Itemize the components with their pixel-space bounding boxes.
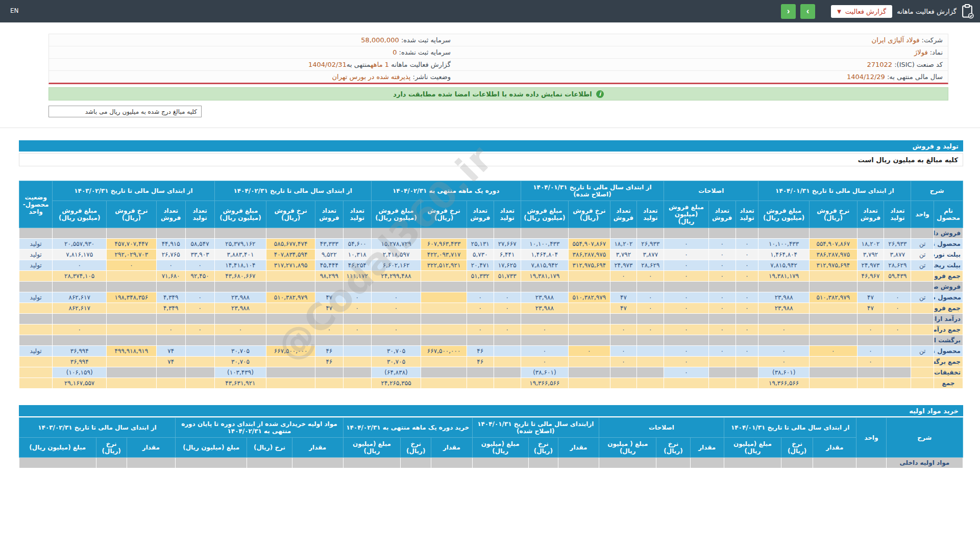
cell: ۰	[494, 292, 521, 303]
cell: ۸۶۲,۶۱۷	[53, 292, 107, 303]
cell: ۰	[156, 324, 185, 335]
cell: ۴۶	[467, 346, 494, 357]
cell: ۵۵۴,۹۰۷,۸۶۷	[810, 239, 857, 249]
cell	[421, 357, 467, 367]
table-row: تخفیفات(۳۸,۶۰۱)۰(۳۸,۶۰۱)(۶۴,۸۳۸)(۱۰۳,۴۳۹…	[19, 367, 963, 378]
cell: ۰	[736, 324, 758, 335]
row-label: بیلت نوردی	[934, 249, 963, 260]
header-group-row: شرحواحداز ابتدای سال مالی تا تاریخ ۱۴۰۴/…	[19, 418, 963, 438]
chevron-down-icon: ▼	[837, 9, 841, 14]
table-row: بیلت ریختگیتن۲۸,۶۲۹۲۴,۹۷۳۳۱۲,۹۷۵,۶۹۴۷,۸۱…	[19, 260, 963, 271]
cell: ۰	[637, 271, 664, 282]
column-header: تعداد تولید	[884, 201, 911, 228]
cell: ۸۶۲,۶۱۷	[53, 303, 107, 314]
next-report-button[interactable]: ›	[800, 4, 815, 19]
language-toggle[interactable]: EN	[10, 7, 19, 14]
cell: ۰	[637, 324, 664, 335]
cell	[857, 335, 884, 346]
cell	[664, 314, 708, 324]
row-label: برگشت از فروش:	[934, 335, 963, 346]
cell	[467, 367, 494, 378]
cell: ۰	[708, 324, 736, 335]
unit-cell	[911, 378, 934, 389]
column-header: تعداد تولید	[494, 201, 521, 228]
cell	[315, 378, 343, 389]
cell	[53, 228, 107, 239]
cell	[708, 314, 736, 324]
cell: ۴۷	[857, 303, 884, 314]
cell: ۰	[467, 292, 494, 303]
cell: ۳۶,۹۹۴	[53, 346, 107, 357]
cell: ۷۴	[156, 357, 185, 367]
cell	[664, 378, 708, 389]
cell: ۰	[708, 346, 736, 357]
cell	[421, 335, 467, 346]
cell	[107, 303, 157, 314]
cell	[185, 367, 214, 378]
cell	[637, 346, 664, 357]
cell	[690, 458, 724, 468]
cell: ۲۳,۹۸۸	[521, 303, 569, 314]
cell	[758, 228, 810, 239]
prev-report-button[interactable]: ‹	[781, 4, 796, 19]
cell	[156, 314, 185, 324]
cell: ۵۵۴,۹۰۷,۸۶۷	[569, 239, 610, 249]
unit-cell: تن	[911, 239, 934, 249]
cell	[569, 314, 610, 324]
column-header: مقدار	[292, 438, 343, 458]
clipboard-icon[interactable]	[961, 4, 974, 19]
cell: ۲۶,۹۳۳	[637, 239, 664, 249]
cell	[315, 335, 343, 346]
column-header: مبلغ فروش (میلیون ریال)	[664, 201, 708, 228]
chevron-right-icon: ›	[806, 6, 810, 16]
column-header: تعداد تولید	[343, 201, 371, 228]
cell	[569, 378, 610, 389]
symbol-value[interactable]: فولاژ	[914, 48, 928, 56]
cell: ۱۹۸,۳۴۸,۳۵۶	[107, 292, 157, 303]
company-name[interactable]: فولاد آلیاژی ایران	[872, 36, 920, 44]
status-cell	[19, 357, 53, 367]
column-header: تعداد تولید	[185, 201, 214, 228]
cell: ۴۶	[467, 357, 494, 367]
cell: ۲۳,۹۸۸	[521, 292, 569, 303]
cell: ۴,۳۴۹	[156, 303, 185, 314]
column-header: مقدار	[558, 438, 599, 458]
cell	[884, 314, 911, 324]
cell: ۱۰,۱۰۰,۴۳۳	[758, 239, 810, 249]
report-type-dropdown[interactable]: گزارش فعالیت ▼	[831, 5, 892, 18]
column-group-header: از ابتدای سال مالی تا تاریخ ۱۴۰۳/۰۲/۳۱	[53, 181, 214, 201]
cell: ۲۹۲,۰۲۹,۷۰۳	[107, 249, 157, 260]
cell	[214, 282, 266, 292]
cell: ۶۶۷,۵۰۰,۰۰۰	[266, 346, 315, 357]
column-header: نرخ فروش (ریال)	[107, 201, 157, 228]
cell	[467, 335, 494, 346]
cell: ۰	[857, 346, 884, 357]
table-row: محصول صادراتیتن۰۴۷۵۱۰,۳۸۲,۹۷۹۲۳,۹۸۸۰۰۰۰۴…	[19, 292, 963, 303]
cell	[708, 228, 736, 239]
cell: ۰	[884, 303, 911, 314]
cell	[107, 324, 157, 335]
column-group-header: از ابتدای سال مالی تا تاریخ ۱۴۰۴/۰۱/۳۱	[724, 418, 856, 438]
cell: ۴۶,۹۶۷	[857, 271, 884, 282]
cell	[569, 324, 610, 335]
row-label: جمع برگشت از فروش	[934, 357, 963, 367]
cell: ۱۸,۲۰۲	[857, 239, 884, 249]
table-row: محصول نهاییتن۲۶,۹۳۳۱۸,۲۰۲۵۵۴,۹۰۷,۸۶۷۱۰,۱…	[19, 239, 963, 249]
column-header: مبلغ فروش (میلیون ریال)	[371, 201, 421, 228]
cell: ۰	[156, 260, 185, 271]
cell	[664, 335, 708, 346]
cell	[107, 378, 157, 389]
cell: ۳۲۲,۵۱۲,۹۲۱	[421, 260, 467, 271]
cell: ۰	[708, 239, 736, 249]
cell: ۴۴,۹۱۵	[156, 239, 185, 249]
cell	[884, 357, 911, 367]
cell	[637, 378, 664, 389]
cell	[156, 378, 185, 389]
amount-unit-note: کلیه مبالغ درج شده به میلیون ریال می باش…	[48, 106, 202, 117]
cell	[708, 335, 736, 346]
cell	[371, 282, 421, 292]
column-header: نام محصول	[934, 201, 963, 228]
row-label: محصول صادراتی	[934, 292, 963, 303]
cell	[266, 271, 315, 282]
cell	[371, 228, 421, 239]
